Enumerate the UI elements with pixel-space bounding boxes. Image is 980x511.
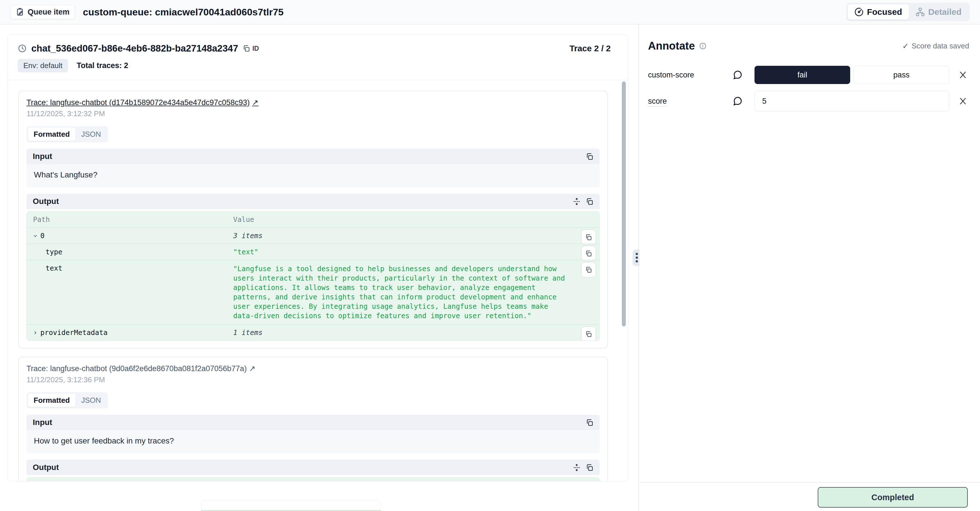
- input-value-2: How to get user feedback in my traces?: [27, 430, 600, 454]
- item-title: chat_536ed067-b86e-4eb6-882b-ba27148a234…: [31, 43, 238, 54]
- copy-row-button[interactable]: [581, 246, 596, 261]
- app-header: Queue item custom-queue: cmiacwel70041ad…: [0, 0, 980, 24]
- format-tabs-2: Formatted JSON: [27, 392, 108, 409]
- copy-row-button[interactable]: [581, 262, 596, 277]
- output-section-header-1: Output: [27, 194, 600, 209]
- json-row-type[interactable]: type "text": [27, 244, 599, 260]
- score-option-pass[interactable]: pass: [854, 66, 949, 84]
- output-label-1: Output: [33, 197, 59, 206]
- completed-button[interactable]: Completed: [818, 487, 968, 508]
- gauge-icon: [854, 7, 864, 16]
- annotate-title: Annotate: [648, 40, 695, 52]
- input-section-header-2: Input: [27, 415, 600, 430]
- bottom-partial-element: [201, 500, 381, 511]
- score-row-custom-score: custom-score fail pass: [648, 66, 969, 84]
- chevron-down-icon[interactable]: ›: [32, 234, 39, 238]
- trace-timestamp-1: 11/12/2025, 3:12:32 PM: [27, 109, 600, 118]
- json-row-text[interactable]: text "Langfuse is a tool designed to hel…: [27, 260, 599, 324]
- view-mode-toggle: Focused Detailed: [846, 3, 970, 21]
- trace-card-1: Trace: langfuse-chatbot (d174b1589072e43…: [18, 91, 608, 349]
- clock-icon: [18, 44, 27, 53]
- check-icon: ✓: [902, 41, 909, 51]
- copy-icon[interactable]: [585, 153, 593, 160]
- delete-score-icon[interactable]: [957, 71, 969, 79]
- trace-timestamp-2: 11/12/2025, 3:12:36 PM: [27, 376, 600, 384]
- unfold-vertical-icon[interactable]: [573, 198, 581, 205]
- path-column-header: Path: [33, 215, 233, 224]
- id-label: ID: [252, 45, 259, 53]
- delete-score-icon[interactable]: [957, 97, 969, 105]
- queue-item-badge-label: Queue item: [28, 8, 70, 16]
- copy-row-button[interactable]: [581, 229, 596, 245]
- score-row-score: score: [648, 91, 969, 111]
- input-label-2: Input: [33, 418, 52, 427]
- vertical-scrollbar[interactable]: [622, 81, 626, 326]
- chevron-right-icon[interactable]: ›: [33, 329, 38, 336]
- external-link-icon: ↗: [249, 364, 256, 373]
- json-row-providerMetadata[interactable]: ›providerMetadata 1 items: [27, 324, 599, 341]
- input-section-header-1: Input: [27, 149, 600, 164]
- score-label-custom-score: custom-score: [648, 71, 732, 80]
- clipboard-pen-icon: [16, 8, 24, 16]
- copy-row-button[interactable]: [581, 326, 596, 341]
- copy-icon[interactable]: [585, 419, 593, 427]
- output-label-2: Output: [33, 463, 59, 472]
- trace-link-2[interactable]: Trace: langfuse-chatbot (9d0a6f2e6de8670…: [27, 364, 255, 373]
- focused-view-label: Focused: [867, 7, 902, 17]
- copy-icon[interactable]: [585, 198, 593, 205]
- trace-link-1-text: Trace: langfuse-chatbot (d174b1589072e43…: [27, 98, 250, 107]
- save-status-label: Score data saved: [912, 41, 969, 51]
- tab-json-1[interactable]: JSON: [75, 127, 107, 141]
- format-tabs-1: Formatted JSON: [27, 126, 108, 142]
- comment-icon[interactable]: [732, 70, 754, 80]
- sitemap-icon: [916, 7, 925, 16]
- value-column-header: Value: [233, 215, 593, 224]
- focused-view-button[interactable]: Focused: [848, 4, 909, 20]
- copy-icon[interactable]: [585, 464, 593, 471]
- item-header: chat_536ed067-b86e-4eb6-882b-ba27148a234…: [7, 35, 628, 80]
- tab-formatted-2[interactable]: Formatted: [28, 394, 75, 407]
- output-section-header-2: Output: [27, 460, 600, 475]
- detailed-view-label: Detailed: [928, 7, 961, 17]
- page-title: custom-queue: cmiacwel70041ad060s7tlr75: [83, 6, 283, 18]
- copy-icon: [243, 45, 250, 52]
- trace-link-1[interactable]: Trace: langfuse-chatbot (d174b1589072e43…: [27, 98, 259, 107]
- tab-json-2[interactable]: JSON: [75, 394, 107, 407]
- env-badge: Env: default: [18, 59, 68, 72]
- queue-item-page: Queue item custom-queue: cmiacwel70041ad…: [0, 0, 980, 511]
- footer-divider: [640, 482, 980, 482]
- traces-scroll-area[interactable]: Trace: langfuse-chatbot (d174b1589072e43…: [7, 80, 628, 481]
- save-status: ✓ Score data saved: [902, 41, 969, 51]
- json-row-0[interactable]: ›0 3 items: [27, 227, 599, 244]
- copy-id-button[interactable]: ID: [243, 45, 259, 53]
- tab-formatted-1[interactable]: Formatted: [28, 127, 75, 141]
- comment-icon[interactable]: [732, 96, 754, 106]
- trace-link-2-text: Trace: langfuse-chatbot (9d0a6f2e6de8670…: [27, 364, 247, 373]
- input-label-1: Input: [33, 152, 52, 161]
- queue-item-card: chat_536ed067-b86e-4eb6-882b-ba27148a234…: [7, 34, 628, 481]
- score-label-score: score: [648, 97, 667, 107]
- output-json-table-1: Path Value ›0 3 items type: [27, 211, 600, 341]
- input-value-1: What's Langfuse?: [27, 164, 600, 188]
- output-json-table-2: Path Value ›0 3 items: [27, 478, 600, 481]
- trace-counter: Trace 2 / 2: [570, 44, 611, 53]
- total-traces-label: Total traces: 2: [76, 61, 128, 70]
- score-option-fail[interactable]: fail: [754, 66, 850, 84]
- queue-item-badge: Queue item: [10, 5, 75, 19]
- detailed-view-button[interactable]: Detailed: [909, 4, 968, 20]
- info-icon[interactable]: [699, 42, 707, 50]
- trace-card-2: Trace: langfuse-chatbot (9d0a6f2e6de8670…: [18, 357, 608, 481]
- external-link-icon: ↗: [252, 98, 259, 107]
- panel-divider: [638, 24, 639, 511]
- unfold-vertical-icon[interactable]: [573, 464, 581, 471]
- annotate-panel: Annotate ✓ Score data saved custom-score…: [640, 24, 980, 482]
- score-value-input[interactable]: [754, 91, 949, 111]
